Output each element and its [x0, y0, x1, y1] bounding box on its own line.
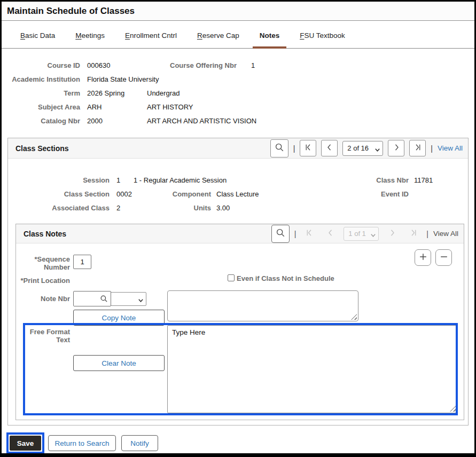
row-selector-disabled: 1 of 1	[344, 227, 379, 241]
catalog-nbr-row: Catalog Nbr 2000 ART ARCH AND ARTISTIC V…	[2, 117, 474, 128]
first-row-button-disabled	[301, 225, 317, 242]
subject-area-label: Subject Area	[2, 103, 80, 111]
component-value: Class Lecture	[216, 190, 259, 198]
search-icon	[275, 143, 284, 154]
term-career-value: Undergrad	[147, 89, 180, 97]
plus-icon	[418, 251, 428, 264]
class-section-row: Class Section 0002 Component Class Lectu…	[8, 190, 468, 200]
row-selector-wrap: 1 of 1	[344, 227, 379, 241]
tab-reserve-cap[interactable]: Reserve Cap	[197, 21, 239, 48]
nav-separator: |	[293, 144, 295, 153]
tab-basic-data[interactable]: Basic Data	[20, 21, 55, 48]
free-format-text-label: Free Format Text	[16, 328, 70, 344]
row-selector[interactable]: 2 of 16	[342, 141, 383, 156]
sequence-number-input[interactable]	[73, 255, 91, 269]
session-row: Session 1 1 - Regular Academic Session C…	[8, 176, 468, 186]
nav-separator: |	[294, 230, 296, 238]
first-row-icon	[305, 228, 314, 240]
course-offering-nbr-value: 1	[251, 61, 255, 69]
search-button[interactable]	[271, 225, 290, 243]
last-row-icon	[413, 143, 423, 154]
class-sections-title: Class Sections	[15, 144, 69, 153]
delete-row-button[interactable]	[435, 249, 452, 266]
next-row-button[interactable]	[388, 140, 404, 156]
title-bar: Maintain Schedule of Classes	[2, 2, 474, 21]
class-sections-navbar: | 2 of 16	[270, 139, 463, 157]
free-format-text-wrap: Type Here	[167, 325, 457, 413]
page: Maintain Schedule of Classes Basic Data …	[0, 0, 476, 457]
subject-area-desc: ART HISTORY	[147, 103, 193, 111]
note-nbr-label: Note Nbr	[16, 295, 70, 303]
class-nbr-value: 11781	[414, 176, 433, 184]
previous-row-button-disabled	[322, 225, 339, 242]
first-row-button[interactable]	[300, 140, 316, 156]
class-nbr-label: Class Nbr	[329, 176, 409, 184]
minus-icon	[439, 251, 449, 264]
tab-fsu-textbook[interactable]: FSU Textbook	[300, 21, 345, 48]
note-text-wrap	[167, 290, 358, 321]
previous-row-icon	[326, 228, 335, 240]
clear-note-button[interactable]: Clear Note	[73, 355, 165, 371]
associated-class-row: Associated Class 2 Units 3.00	[8, 204, 468, 214]
term-value: 2026 Spring	[87, 89, 124, 97]
next-row-icon	[392, 143, 401, 154]
associated-class-value: 2	[116, 204, 120, 212]
next-row-button-disabled	[384, 225, 400, 242]
class-sections-header: Class Sections |	[8, 138, 468, 159]
course-id-row: Course ID 000630 Course Offering Nbr 1	[2, 61, 474, 72]
course-id-value: 000630	[87, 61, 110, 69]
view-all-link[interactable]: View All	[433, 230, 458, 238]
tab-enrollment-cntrl[interactable]: Enrollment Cntrl	[125, 21, 177, 48]
sequence-number-label: *Sequence Number	[16, 255, 70, 271]
copy-note-button[interactable]: Copy Note	[73, 310, 165, 326]
even-if-class-not-in-schedule-checkbox[interactable]	[228, 274, 235, 281]
class-notes-navbar: | 1 of 1	[271, 225, 458, 243]
session-value: 1	[116, 176, 120, 184]
row-selector-wrap: 2 of 16	[342, 141, 383, 156]
event-id-label: Event ID	[329, 190, 409, 198]
subject-area-value: ARH	[87, 103, 102, 111]
previous-row-button[interactable]	[321, 140, 338, 156]
even-if-class-not-in-schedule-label: Even if Class Not in Schedule	[237, 274, 334, 282]
session-desc: 1 - Regular Academic Session	[134, 176, 227, 184]
session-label: Session	[8, 176, 110, 184]
units-value: 3.00	[216, 204, 230, 212]
last-row-button[interactable]	[409, 140, 426, 156]
tab-bar: Basic Data Meetings Enrollment Cntrl Res…	[2, 21, 474, 49]
notify-button[interactable]: Notify	[121, 435, 158, 451]
units-label: Units	[134, 204, 211, 212]
catalog-nbr-desc: ART ARCH AND ARTISTIC VISION	[147, 117, 256, 125]
academic-institution-label: Academic Institution	[2, 75, 80, 83]
tab-meetings[interactable]: Meetings	[75, 21, 105, 48]
free-format-text-area[interactable]: Type Here	[168, 326, 457, 413]
note-nbr-lookup-icon[interactable]	[100, 295, 108, 305]
add-row-button[interactable]	[415, 249, 431, 266]
catalog-nbr-label: Catalog Nbr	[2, 117, 80, 125]
note-nbr-input[interactable]	[74, 291, 99, 306]
catalog-nbr-value: 2000	[87, 117, 103, 125]
first-row-icon	[303, 143, 313, 154]
class-section-label: Class Section	[8, 190, 110, 198]
view-all-link[interactable]: View All	[438, 144, 463, 152]
course-offering-nbr-label: Course Offering Nbr	[170, 61, 237, 69]
next-row-icon	[387, 228, 397, 240]
class-notes-header: Class Notes |	[16, 224, 464, 243]
term-row: Term 2026 Spring Undergrad	[2, 89, 474, 100]
save-button[interactable]: Save	[10, 436, 41, 451]
last-row-button-disabled	[405, 225, 422, 242]
previous-row-icon	[325, 143, 334, 154]
associated-class-label: Associated Class	[8, 204, 110, 212]
last-row-icon	[409, 228, 418, 240]
search-icon	[276, 228, 285, 240]
class-section-value: 0002	[116, 190, 132, 198]
class-notes-title: Class Notes	[24, 230, 66, 238]
note-text-area[interactable]	[168, 291, 358, 321]
academic-institution-row: Academic Institution Florida State Unive…	[2, 75, 474, 86]
term-label: Term	[2, 89, 80, 97]
search-button[interactable]	[270, 139, 288, 157]
print-location-label: *Print Location	[16, 277, 70, 285]
subject-area-row: Subject Area ARH ART HISTORY	[2, 103, 474, 114]
return-to-search-button[interactable]: Return to Search	[48, 435, 116, 451]
tab-notes[interactable]: Notes	[260, 21, 280, 48]
nav-separator: |	[426, 230, 428, 238]
